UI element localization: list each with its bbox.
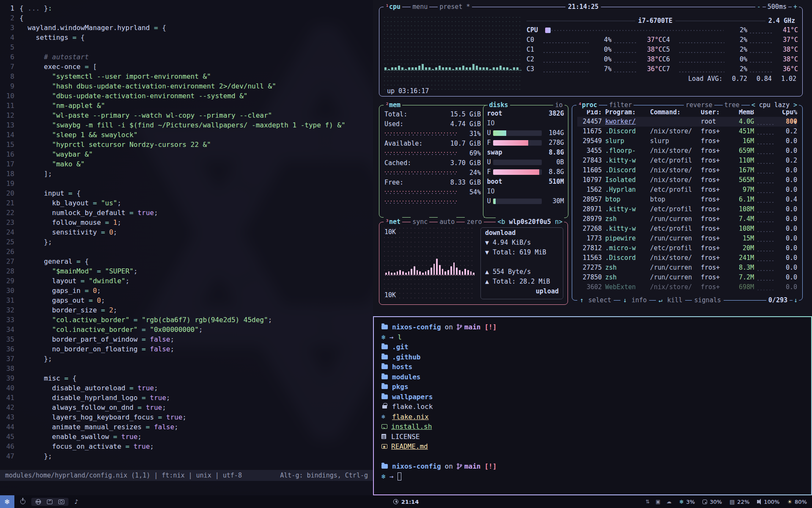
code-line[interactable]: gaps_out = 0; bbox=[19, 295, 373, 305]
code-line[interactable]: border_part_of_window = false; bbox=[19, 334, 373, 344]
code-line[interactable]: { ... }: bbox=[19, 3, 373, 13]
proc-row[interactable]: 27268.kitty-w/etc/profilfros+108M0.0 bbox=[577, 224, 797, 234]
code-line[interactable]: }; bbox=[19, 237, 373, 247]
code-line[interactable]: exec-once = [ bbox=[19, 62, 373, 72]
editor-window[interactable]: 1234567891011121314151617181920212223242… bbox=[0, 0, 373, 495]
net-zero-button[interactable]: zero bbox=[465, 217, 483, 227]
proc-row[interactable]: 28979zsh/run/currenfros+7.4M0.0 bbox=[577, 214, 797, 224]
scroll-down-icon[interactable]: ↓ bbox=[793, 295, 799, 305]
code-line[interactable] bbox=[19, 179, 373, 188]
browser-icon[interactable] bbox=[36, 499, 41, 505]
io-mode-button[interactable]: io bbox=[553, 100, 564, 110]
apps-icon[interactable]: ▣ bbox=[656, 499, 660, 505]
code-line[interactable]: gaps_in = 0; bbox=[19, 286, 373, 295]
code-line[interactable]: general = { bbox=[19, 257, 373, 266]
code-line[interactable]: "waybar &" bbox=[19, 149, 373, 159]
proc-footer-button[interactable]: ↵kill bbox=[656, 295, 685, 305]
editor-code[interactable]: { ... }:{ wayland.windowManager.hyprland… bbox=[19, 3, 373, 470]
code-line[interactable]: sensitivity = 0; bbox=[19, 227, 373, 237]
terminal-window[interactable]: nixos-config on main [!] ❄ → l .git.gith… bbox=[374, 317, 811, 494]
code-line[interactable]: enable_swallow = true; bbox=[19, 432, 373, 442]
code-line[interactable]: numlock_by_default = true; bbox=[19, 208, 373, 218]
code-line[interactable]: always_follow_on_dnd = true; bbox=[19, 403, 373, 412]
nixos-menu-button[interactable]: ❄ bbox=[0, 495, 14, 508]
code-line[interactable]: border_size = 2; bbox=[19, 305, 373, 315]
code-line[interactable]: focus_on_activate = true; bbox=[19, 442, 373, 451]
code-line[interactable]: input = { bbox=[19, 188, 373, 198]
code-line[interactable]: "hash dbus-update-activation-environment… bbox=[19, 81, 373, 91]
metric-brightness[interactable]: ☀80% bbox=[787, 499, 807, 505]
proc-row[interactable]: 10797Isolated/nix/store/fros+565M0.0 bbox=[577, 175, 797, 185]
terminal-icon[interactable] bbox=[47, 500, 52, 504]
metric-cpu[interactable]: ❄3% bbox=[679, 499, 695, 505]
proc-row[interactable]: 3455.floorp-/nix/store/fros+659M0.0 bbox=[577, 146, 797, 156]
code-line[interactable]: "systemctl --user import-environment &" bbox=[19, 72, 373, 81]
screenshot-icon[interactable] bbox=[58, 500, 64, 504]
proc-footer-button[interactable]: signals bbox=[692, 295, 724, 305]
net-auto-button[interactable]: auto bbox=[438, 217, 456, 227]
tree-button[interactable]: tree bbox=[723, 100, 741, 110]
interval-decrease-button[interactable]: - bbox=[755, 2, 763, 12]
net-sync-button[interactable]: sync bbox=[411, 217, 429, 227]
code-line[interactable]: }; bbox=[19, 451, 373, 461]
power-icon[interactable] bbox=[20, 499, 25, 504]
code-line[interactable]: disable_autoreload = true; bbox=[19, 383, 373, 393]
proc-row[interactable]: 28957btopbtopfros+6.1M0.4 bbox=[577, 195, 797, 204]
code-line[interactable]: "col.inactive_border" = "0x00000000"; bbox=[19, 325, 373, 334]
code-line[interactable]: ]; bbox=[19, 169, 373, 179]
code-line[interactable]: { bbox=[19, 13, 373, 23]
reverse-button[interactable]: reverse bbox=[684, 100, 714, 110]
metric-memory[interactable]: ▤22% bbox=[730, 499, 749, 505]
sort-selector[interactable]: < cpu lazy > bbox=[750, 100, 799, 110]
proc-row[interactable]: 3602WebExten/nix/store/fros+698M0.0 bbox=[577, 282, 797, 292]
proc-row[interactable]: 1773pipewire/run/currenfros+15M0.0 bbox=[577, 234, 797, 243]
code-line[interactable]: layout = "dwindle"; bbox=[19, 276, 373, 286]
code-line[interactable]: wayland.windowManager.hyprland = { bbox=[19, 23, 373, 33]
code-line[interactable]: layers_hog_keyboard_focus = true; bbox=[19, 412, 373, 422]
sort-next-button[interactable]: > bbox=[793, 101, 797, 109]
interval-increase-button[interactable]: + bbox=[792, 2, 799, 12]
code-line[interactable]: settings = { bbox=[19, 33, 373, 42]
code-line[interactable]: "sleep 1 && swaylock" bbox=[19, 130, 373, 140]
proc-row[interactable]: 11675.Discord/nix/store/fros+451M0.2 bbox=[577, 127, 797, 136]
code-line[interactable]: "col.active_border" = "rgb(cba6f7) rgb(9… bbox=[19, 315, 373, 325]
cloud-icon[interactable]: ☁ bbox=[667, 499, 672, 505]
workspace-apps[interactable] bbox=[31, 498, 69, 506]
code-line[interactable]: "nm-applet &" bbox=[19, 101, 373, 110]
code-line[interactable]: disable_hyprland_logo = true; bbox=[19, 393, 373, 403]
proc-row[interactable]: 27850zsh/run/currenfros+7.2M0.0 bbox=[577, 273, 797, 282]
code-line[interactable]: "wl-paste --primary --watch wl-copy --pr… bbox=[19, 110, 373, 120]
code-line[interactable]: "$mainMod" = "SUPER"; bbox=[19, 266, 373, 276]
music-icon[interactable]: ♪ bbox=[74, 498, 78, 505]
proc-row[interactable]: 11605.Discord/nix/store/fros+167M0.0 bbox=[577, 166, 797, 175]
proc-row[interactable]: 1562.Hyprlan/etc/profilfros+97M0.0 bbox=[577, 185, 797, 195]
code-line[interactable]: "dbus-update-activation-environment --sy… bbox=[19, 91, 373, 101]
menu-button[interactable]: menu bbox=[411, 2, 429, 12]
code-line[interactable]: animate_manual_resizes = false; bbox=[19, 422, 373, 432]
sort-prev-button[interactable]: < bbox=[752, 101, 755, 109]
preset-button[interactable]: preset * bbox=[438, 2, 472, 12]
active-command-line[interactable]: ❄ → bbox=[381, 472, 804, 482]
code-line[interactable]: }; bbox=[19, 354, 373, 364]
code-line[interactable]: kb_layout = "us"; bbox=[19, 198, 373, 208]
proc-row[interactable]: 11563.Discord/nix/store/fros+241M0.0 bbox=[577, 253, 797, 263]
code-line[interactable]: # autostart bbox=[19, 52, 373, 62]
btop-window[interactable]: ¹cpu menu preset * 21:14:25 - 500ms + up… bbox=[373, 0, 812, 316]
code-line[interactable]: "swaybg -m fill -i $(find ~/Pictures/wal… bbox=[19, 120, 373, 130]
proc-row[interactable]: 27275zsh/run/currenfros+8.3M0.0 bbox=[577, 263, 797, 273]
code-line[interactable] bbox=[19, 364, 373, 373]
net-interface[interactable]: <b wlp0s20f0u5 n> bbox=[496, 217, 564, 227]
updates-icon[interactable]: ⇅ bbox=[645, 499, 650, 505]
proc-row[interactable]: 27812.micro-w/etc/profilfros+20M0.0 bbox=[577, 243, 797, 253]
proc-footer-button[interactable]: ↑select bbox=[577, 295, 614, 305]
proc-row[interactable]: 28971.kitty-w/etc/profilfros+108M0.0 bbox=[577, 204, 797, 214]
metric-disk[interactable]: 30% bbox=[702, 499, 722, 505]
proc-row[interactable]: 29549slurpslurpfros+16M0.0 bbox=[577, 136, 797, 146]
code-line[interactable]: follow_mouse = 1; bbox=[19, 218, 373, 227]
proc-footer-button[interactable]: ↓info bbox=[620, 295, 649, 305]
code-line[interactable] bbox=[19, 42, 373, 52]
clock[interactable]: 21:14 bbox=[393, 499, 419, 505]
code-line[interactable] bbox=[19, 247, 373, 257]
metric-volume[interactable]: 100% bbox=[757, 499, 779, 505]
code-line[interactable]: misc = { bbox=[19, 373, 373, 383]
